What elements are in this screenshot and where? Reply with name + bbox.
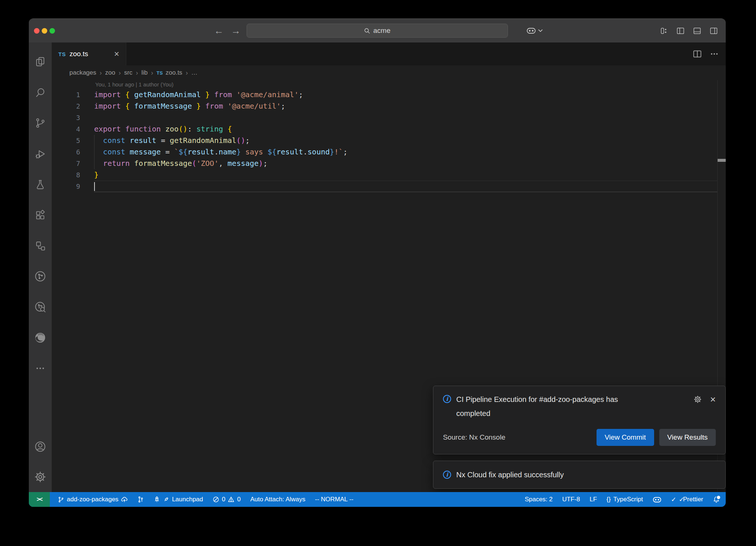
branch-status-item[interactable]: add-zoo-packages <box>58 496 128 503</box>
sidebar-item-extensions[interactable] <box>29 199 52 230</box>
formatter-status-item[interactable]: ✓✓ Prettier <box>671 496 703 504</box>
more-actions-icon[interactable] <box>709 49 719 59</box>
line-number: 7 <box>52 158 80 169</box>
gear-icon <box>34 471 46 483</box>
notification-settings-gear-icon[interactable] <box>693 395 702 404</box>
double-check-icon: ✓ <box>671 496 676 504</box>
breadcrumb-item-[interactable]: … <box>191 69 197 76</box>
sidebar-item-edge-tools[interactable] <box>29 322 52 353</box>
notifications-bell-button[interactable] <box>713 496 720 503</box>
account-icon <box>34 441 46 453</box>
nx-cloud-icon <box>34 301 46 313</box>
tab-label: zoo.ts <box>69 50 88 58</box>
sidebar-item-run-and-debug[interactable] <box>29 138 52 169</box>
line-number: 2 <box>52 100 80 112</box>
launchpad-status-item[interactable]: Launchpad <box>154 496 203 503</box>
eol-status-item[interactable]: LF <box>590 496 597 503</box>
customize-layout-icon[interactable] <box>659 26 669 35</box>
error-count: 0 <box>222 496 225 503</box>
minimize-window-button[interactable] <box>42 28 47 34</box>
sidebar-item-source-control[interactable] <box>29 108 52 138</box>
notification-toast-nx-cloud: i Nx Cloud fix applied successfully <box>433 461 726 489</box>
command-center-query: acme <box>373 27 390 35</box>
split-editor-icon[interactable] <box>693 49 702 59</box>
navigate-back-button[interactable]: ← <box>214 19 224 42</box>
view-results-button[interactable]: View Results <box>659 429 716 446</box>
toggle-primary-sidebar-icon[interactable] <box>676 26 685 35</box>
vim-mode-status-item[interactable]: -- NORMAL -- <box>315 496 353 503</box>
notification-message: Nx Cloud fix applied successfully <box>456 471 564 479</box>
warning-triangle-icon <box>228 496 234 503</box>
ellipsis-icon <box>35 363 46 374</box>
breadcrumb-separator: › <box>136 69 138 77</box>
sidebar-item-project-structure[interactable] <box>29 230 52 261</box>
braces-icon: {} <box>606 496 611 503</box>
breadcrumb-item-packages[interactable]: packages <box>69 69 96 76</box>
nx-console-icon <box>34 270 46 282</box>
warning-count: 0 <box>237 496 240 503</box>
breadcrumb-item-zoots[interactable]: TSzoo.ts <box>157 69 182 76</box>
search-icon <box>364 28 370 34</box>
line-number: 1 <box>52 89 80 100</box>
code-line: } <box>94 169 726 181</box>
editor-tab-bar: TS zoo.ts × <box>52 42 726 65</box>
linked-squares-icon <box>35 240 46 251</box>
line-number: 6 <box>52 146 80 158</box>
language-label: TypeScript <box>613 496 643 503</box>
overview-ruler-cursor-marker <box>718 159 726 162</box>
line-number: 3 <box>52 112 80 123</box>
info-icon: i <box>443 471 451 479</box>
auto-attach-status-item[interactable]: Auto Attach: Always <box>250 496 305 503</box>
code-line <box>94 112 726 123</box>
maximize-window-button[interactable] <box>49 28 55 34</box>
title-bar: ← → acme <box>29 19 726 42</box>
rocket-icon <box>154 496 160 503</box>
indentation-status-item[interactable]: Spaces: 2 <box>525 496 553 503</box>
code-line: const message = `${result.name} says ${r… <box>94 146 726 158</box>
typescript-file-icon: TS <box>58 51 66 57</box>
sidebar-item-additional-views[interactable] <box>29 353 52 383</box>
tab-zoo-ts[interactable]: TS zoo.ts × <box>52 42 126 65</box>
copilot-status-item[interactable] <box>653 496 662 503</box>
plug-icon <box>163 496 169 503</box>
toggle-panel-icon[interactable] <box>693 26 702 35</box>
line-number: 5 <box>52 135 80 146</box>
breadcrumb-item-zoo[interactable]: zoo <box>105 69 115 76</box>
toggle-secondary-sidebar-icon[interactable] <box>709 26 718 35</box>
accounts-button[interactable] <box>29 431 52 462</box>
navigate-forward-button[interactable]: → <box>231 19 241 42</box>
breadcrumb-item-src[interactable]: src <box>124 69 133 76</box>
copilot-menu-button[interactable] <box>526 19 543 42</box>
sidebar-item-nx-console[interactable] <box>29 261 52 291</box>
error-circle-slash-icon <box>213 496 219 503</box>
commit-graph-status-item[interactable] <box>137 496 144 503</box>
breadcrumb-item-lib[interactable]: lib <box>141 69 148 76</box>
code-line: import { getRandomAnimal } from '@acme/a… <box>94 89 726 100</box>
copilot-icon <box>526 27 536 35</box>
chevron-down-icon <box>538 29 543 32</box>
close-tab-icon[interactable]: × <box>114 50 119 58</box>
remote-indicator[interactable]: >< <box>29 492 50 507</box>
language-mode-status-item[interactable]: {} TypeScript <box>606 496 643 503</box>
line-number: 8 <box>52 169 80 181</box>
sidebar-item-explorer[interactable] <box>29 46 52 77</box>
sidebar-item-search[interactable] <box>29 77 52 108</box>
activity-bar <box>29 42 52 492</box>
line-number-gutter: 123456789 <box>52 89 80 192</box>
manage-button[interactable] <box>29 462 52 492</box>
sidebar-item-nx-cloud[interactable] <box>29 291 52 322</box>
sidebar-item-testing[interactable] <box>29 169 52 199</box>
close-window-button[interactable] <box>34 28 39 34</box>
edge-browser-icon <box>34 332 46 344</box>
close-notification-icon[interactable]: × <box>710 395 716 403</box>
problems-status-item[interactable]: 0 0 <box>213 496 241 503</box>
git-branch-icon <box>58 496 64 503</box>
breadcrumb-separator: › <box>151 69 153 77</box>
command-center-search[interactable]: acme <box>247 24 508 38</box>
cloud-upload-icon <box>121 496 128 503</box>
code-content: import { getRandomAnimal } from '@acme/a… <box>94 89 726 192</box>
encoding-status-item[interactable]: UTF-8 <box>562 496 580 503</box>
notification-message: CI Pipeline Execution for #add-zoo-packa… <box>456 392 648 420</box>
notification-badge-dot <box>716 495 721 500</box>
view-commit-button[interactable]: View Commit <box>597 429 654 446</box>
